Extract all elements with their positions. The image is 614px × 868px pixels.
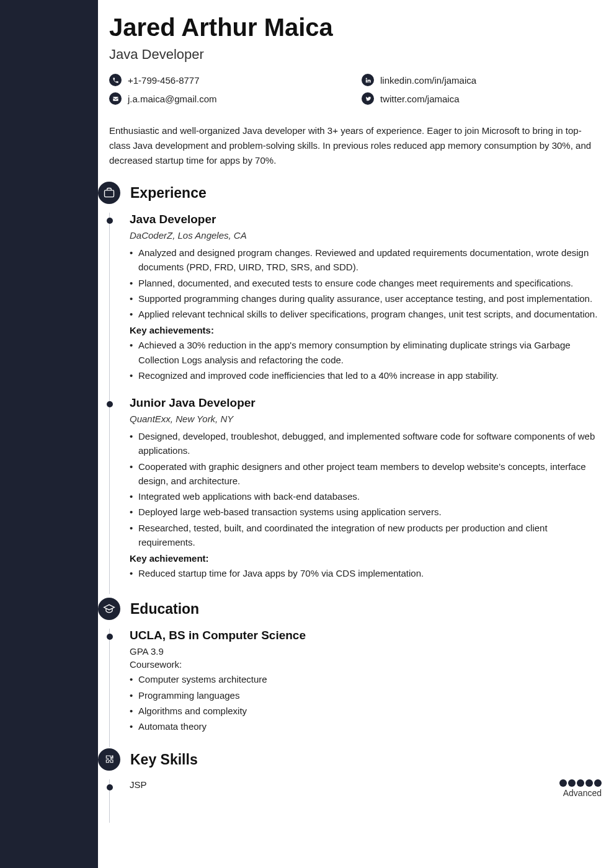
rating-dot — [568, 779, 576, 787]
education-entry: UCLA, BS in Computer Science GPA 3.9 Cou… — [109, 629, 602, 747]
bullet-list: Designed, developed, troubleshot, debugg… — [130, 429, 602, 549]
phone-icon — [109, 74, 122, 86]
gpa-text: GPA 3.9 — [130, 646, 602, 657]
rating-dot — [559, 779, 567, 787]
email-icon — [109, 92, 122, 105]
bullet-item: Automata theory — [130, 719, 602, 733]
timeline-line — [109, 779, 110, 823]
timeline-dot — [107, 218, 113, 224]
main-content: Jared Arthur Maica Java Developer +1-799… — [98, 0, 614, 868]
bullet-item: Applied relevant technical skills to del… — [130, 307, 602, 321]
achievements-label: Key achievements: — [130, 325, 602, 335]
rating-label: Advanced — [559, 788, 602, 798]
rating-dot — [594, 779, 602, 787]
skill-rating: Advanced — [559, 779, 602, 798]
skill-row: JSP Advanced — [130, 779, 602, 798]
bullet-item: Computer systems architecture — [130, 672, 602, 686]
timeline-line — [109, 213, 110, 396]
bullet-item: Analyzed and designed program changes. R… — [130, 246, 602, 275]
bullet-item: Programming languages — [130, 688, 602, 702]
bullet-list: Analyzed and designed program changes. R… — [130, 246, 602, 321]
section-skills-head: Key Skills — [98, 748, 602, 771]
summary-text: Enthusiastic and well-organized Java dev… — [109, 123, 602, 168]
bullet-list: Reduced startup time for Java apps by 70… — [130, 566, 602, 580]
bullet-list: Computer systems architecture Programmin… — [130, 672, 602, 733]
bullet-item: Algorithms and complexity — [130, 704, 602, 718]
contact-text: twitter.com/jamaica — [380, 94, 460, 104]
timeline-line — [109, 396, 110, 594]
bullet-item: Achieved a 30% reduction in the app's me… — [130, 338, 602, 367]
job-title: Junior Java Developer — [130, 396, 602, 410]
rating-dot — [577, 779, 584, 787]
briefcase-icon — [98, 182, 120, 204]
contact-twitter: twitter.com/jamaica — [362, 92, 602, 105]
puzzle-icon — [98, 748, 120, 771]
company-name: QuantExx, New York, NY — [130, 414, 602, 424]
contact-linkedin: linkedin.com/in/jamaica — [362, 74, 602, 86]
job-entry: Junior Java Developer QuantExx, New York… — [109, 396, 602, 594]
bullet-item: Researched, tested, built, and coordinat… — [130, 521, 602, 550]
section-experience-head: Experience — [98, 182, 602, 204]
header: Jared Arthur Maica Java Developer +1-799… — [109, 0, 602, 123]
company-name: DaCoderZ, Los Angeles, CA — [130, 230, 602, 241]
contact-email: j.a.maica@gmail.com — [109, 92, 349, 105]
section-education-head: Education — [98, 598, 602, 620]
section-title: Education — [130, 601, 199, 618]
contact-grid: +1-799-456-8777 linkedin.com/in/jamaica … — [109, 74, 602, 105]
job-entry: Java Developer DaCoderZ, Los Angeles, CA… — [109, 213, 602, 396]
svg-rect-0 — [105, 190, 114, 197]
bullet-item: Cooperated with graphic designers and ot… — [130, 459, 602, 489]
graduation-cap-icon — [98, 598, 120, 620]
twitter-icon — [362, 92, 374, 105]
degree-title: UCLA, BS in Computer Science — [130, 629, 602, 642]
sidebar: 2017 - 2018 2015 - 2016 2013 - 2016 — [0, 0, 98, 868]
timeline-dot — [107, 784, 113, 790]
bullet-item: Integrated web applications with back-en… — [130, 489, 602, 503]
skill-entry: JSP Advanced — [109, 779, 602, 823]
section-title: Key Skills — [130, 751, 198, 768]
coursework-label: Coursework: — [130, 659, 602, 670]
contact-text: j.a.maica@gmail.com — [128, 94, 217, 104]
bullet-item: Planned, documented, and executed tests … — [130, 276, 602, 290]
person-name: Jared Arthur Maica — [109, 14, 602, 42]
bullet-item: Designed, developed, troubleshot, debugg… — [130, 429, 602, 458]
timeline-dot — [107, 401, 113, 407]
bullet-item: Deployed large web-based transaction sys… — [130, 505, 602, 519]
timeline-line — [109, 629, 110, 747]
bullet-list: Achieved a 30% reduction in the app's me… — [130, 338, 602, 383]
section-title: Experience — [130, 185, 207, 202]
timeline-dot — [107, 634, 113, 640]
rating-dots — [559, 779, 602, 787]
bullet-item: Reduced startup time for Java apps by 70… — [130, 566, 602, 580]
bullet-item: Supported programming changes during qua… — [130, 291, 602, 306]
job-title: Java Developer — [130, 213, 602, 226]
person-title: Java Developer — [109, 46, 602, 63]
contact-text: linkedin.com/in/jamaica — [380, 75, 476, 86]
rating-dot — [585, 779, 593, 787]
contact-phone: +1-799-456-8777 — [109, 74, 349, 86]
contact-text: +1-799-456-8777 — [128, 75, 200, 86]
skill-name: JSP — [130, 779, 147, 790]
linkedin-icon — [362, 74, 374, 86]
achievements-label: Key achievement: — [130, 553, 602, 564]
bullet-item: Recognized and improved code inefficienc… — [130, 368, 602, 383]
